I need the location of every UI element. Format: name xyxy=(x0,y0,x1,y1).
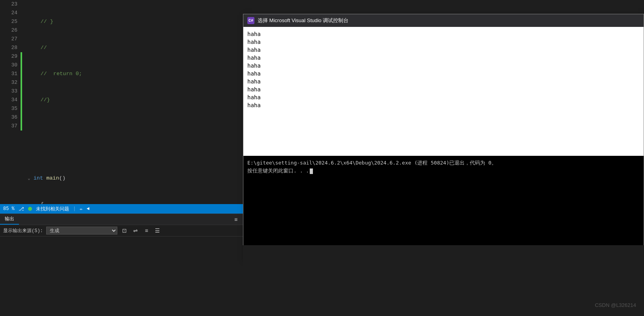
no-problems-icon xyxy=(28,207,32,211)
watermark: CSDN @L326214 xyxy=(595,302,636,308)
exit-message: E:\gitee\setting-sail\2024.6.2\x64\Debug… xyxy=(247,159,640,167)
output-close-btn[interactable]: ≡ xyxy=(232,216,240,223)
press-message: 按任意键关闭此窗口. . . xyxy=(247,167,640,175)
source-control-icon[interactable]: ⎇ xyxy=(19,206,24,212)
debug-output-upper: haha haha haha haha haha haha haha haha … xyxy=(243,27,644,156)
code-content[interactable]: // } // // return 0; //} ⌄ int main() { … xyxy=(26,0,243,214)
arrow-icon[interactable]: ◄ xyxy=(87,206,89,212)
output-wrap-btn[interactable]: ⇌ xyxy=(132,227,139,235)
output-controls: ≡ xyxy=(232,214,243,225)
pencil-icon[interactable]: ✏ xyxy=(80,206,83,212)
zoom-level[interactable]: 85 % xyxy=(3,206,15,212)
output-tab[interactable]: 输出 xyxy=(0,214,19,225)
output-panel: 输出 ≡ 显示输出来源(S): 生成 ⊡ ⇌ ≡ ☰ xyxy=(0,214,243,316)
vs-icon: C# xyxy=(247,17,254,24)
output-stop-btn[interactable]: ⊡ xyxy=(121,227,128,235)
debug-console-window: C# 选择 Microsoft Visual Studio 调试控制台 haha… xyxy=(243,14,644,259)
debug-output-lower: E:\gitee\setting-sail\2024.6.2\x64\Debug… xyxy=(243,156,644,259)
code-editor: 23 24 25 26 27 28 29 30 31 32 33 34 35 3… xyxy=(0,0,243,214)
output-lines-btn[interactable]: ≡ xyxy=(143,227,151,235)
status-bar: 85 % ⎇ 未找到相关问题 | ✏ ◄ xyxy=(0,204,243,214)
no-problems-label: 未找到相关问题 xyxy=(36,206,69,212)
change-gutter xyxy=(21,0,26,214)
output-source-select[interactable]: 生成 xyxy=(46,227,117,235)
output-list-btn[interactable]: ☰ xyxy=(154,227,162,235)
bottom-right-area xyxy=(243,245,644,316)
line-numbers: 23 24 25 26 27 28 29 30 31 32 33 34 35 3… xyxy=(0,0,21,214)
output-tab-bar: 输出 ≡ xyxy=(0,214,243,225)
debug-title: 选择 Microsoft Visual Studio 调试控制台 xyxy=(258,17,348,24)
output-body xyxy=(0,237,243,240)
output-source-label: 显示输出来源(S): xyxy=(3,227,43,234)
debug-titlebar: C# 选择 Microsoft Visual Studio 调试控制台 xyxy=(243,14,644,27)
output-source-row: 显示输出来源(S): 生成 ⊡ ⇌ ≡ ☰ xyxy=(0,225,243,237)
cursor xyxy=(310,168,313,174)
